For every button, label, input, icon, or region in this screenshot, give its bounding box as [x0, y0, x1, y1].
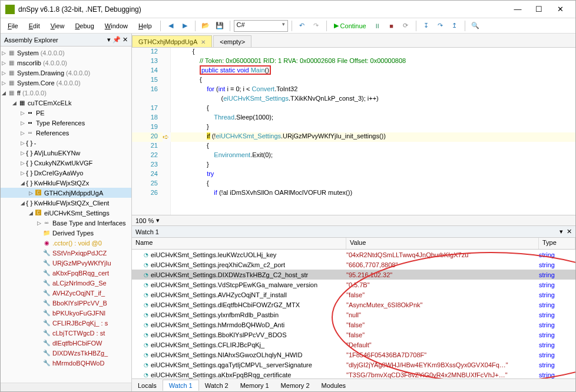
watch-body[interactable]: ◔eiUCHvKSmt_Settings.leuKWzcUOLHj_key"04…: [132, 250, 575, 378]
tree-node[interactable]: ◢▦cuTCEmXcELk: [1, 98, 131, 108]
menu-help[interactable]: Help: [134, 21, 157, 31]
code-line[interactable]: 13 // Token: 0x06000001 RID: 1 RVA: 0x00…: [132, 57, 575, 67]
tree-node[interactable]: ▷▫▫References: [1, 128, 131, 138]
close-button[interactable]: ✕: [549, 2, 571, 17]
code-line[interactable]: 24 try: [132, 170, 575, 180]
watch-tab[interactable]: Locals: [132, 380, 163, 391]
watch-tab[interactable]: Modules: [316, 380, 352, 391]
code-line[interactable]: 14 public static void Main(): [132, 67, 575, 76]
watch-row[interactable]: ◔eiUCHvKSmt_Settings.NIAhxSGwozOLhqlyN_H…: [132, 350, 575, 360]
scrollbar[interactable]: [1, 383, 131, 391]
tree-node[interactable]: 🔧aLCjzNrlmodG_Se: [1, 278, 131, 288]
save-button[interactable]: 💾: [213, 19, 226, 32]
code-line[interactable]: 25 {: [132, 180, 575, 189]
tree-node[interactable]: 🔧DIXDWzsTkHBZg_: [1, 348, 131, 358]
code-line[interactable]: 17 {: [132, 104, 575, 114]
tree-node[interactable]: 🔧bPKUkyoFuGJFNl: [1, 308, 131, 318]
code-line[interactable]: (eiUCHvKSmt_Settings.TXikKNvQnLkP_const_…: [132, 95, 575, 104]
tree-node[interactable]: 📁Derived Types: [1, 228, 131, 238]
tree-node[interactable]: 🔧hMrmdoBQHWoD: [1, 358, 131, 368]
open-button[interactable]: 📂: [199, 19, 212, 32]
code-editor[interactable]: 12 {13 // Token: 0x06000001 RID: 1 RVA: …: [132, 48, 575, 215]
code-line[interactable]: 15 {: [132, 76, 575, 85]
tree-node[interactable]: 🔧BboKlYslPPcVV_B: [1, 298, 131, 308]
tree-root[interactable]: ▷System.Drawing(4.0.0.0): [1, 68, 131, 78]
continue-button[interactable]: ▶ Continue: [330, 21, 370, 31]
tree-node[interactable]: ▷▪▪Type References: [1, 118, 131, 128]
tree-node[interactable]: ▷{ }-: [1, 138, 131, 148]
step-over-button[interactable]: ↷: [434, 19, 447, 32]
tree-node[interactable]: ◢🅲eiUCHvKSmt_Settings: [1, 208, 131, 218]
language-combo[interactable]: C#: [234, 20, 288, 32]
tree-node[interactable]: ▷{ }AVjLuhuEKYNw: [1, 148, 131, 158]
watch-row[interactable]: ◔eiUCHvKSmt_Settings.hMrmdoBQHWoD_Anti"f…: [132, 320, 575, 330]
watch-row[interactable]: ◔eiUCHvKSmt_Settings.VdStcpPEwKGa_malwar…: [132, 280, 575, 290]
tree-node[interactable]: 🔧aKbxFpqBRqg_cert: [1, 268, 131, 278]
watch-row[interactable]: ◔eiUCHvKSmt_Settings.BboKlYslPPcVV_BDOS"…: [132, 330, 575, 340]
watch-row[interactable]: ◔eiUCHvKSmt_Settings.dlEqtfbHCbiFOWZrGZ_…: [132, 300, 575, 310]
pin-icon[interactable]: ▾ 📌 ✕: [107, 36, 128, 44]
watch-close-icon[interactable]: ✕: [567, 228, 572, 235]
code-line[interactable]: 16 for (int i = 0; i < Convert.ToInt32: [132, 85, 575, 95]
close-icon[interactable]: ✕: [201, 39, 206, 45]
tab-active[interactable]: GTHCxhjMdppdUgA✕: [132, 35, 212, 47]
tree-node[interactable]: ▷{ }CxukyNZKwtUkVGF: [1, 158, 131, 168]
tree-node[interactable]: 🔧AVHZycOqjNT_if_: [1, 288, 131, 298]
watch-row[interactable]: ◔eiUCHvKSmt_Settings.aKbxFpqBRqg_certifi…: [132, 370, 575, 378]
search-button[interactable]: 🔍: [469, 19, 482, 32]
col-name[interactable]: Name: [132, 238, 346, 249]
code-line[interactable]: 19 }: [132, 123, 575, 132]
tree-node[interactable]: ▷🅲GTHCxhjMdppdUgA: [1, 188, 131, 198]
code-line[interactable]: 26 if (!al iDmSXvhSllOn OARlMoclVOFUR mu…: [132, 189, 575, 198]
redo-button[interactable]: ↷: [310, 19, 323, 32]
tree-root[interactable]: ◢ff(1.0.0.0): [1, 88, 131, 98]
assembly-tree[interactable]: ▷System(4.0.0.0)▷mscorlib(4.0.0.0)▷Syste…: [1, 46, 131, 383]
step-into-button[interactable]: ↧: [420, 19, 433, 32]
menu-view[interactable]: View: [46, 21, 69, 31]
tree-node[interactable]: 🔧URjGzMPvyWKfYjIu: [1, 258, 131, 268]
pause-button[interactable]: ⏸: [371, 19, 384, 32]
tree-node[interactable]: 🔧CFLIRJBcPqKj_ : s: [1, 318, 131, 328]
watch-row[interactable]: ◔eiUCHvKSmt_Settings.leuKWzcUOLHj_key"04…: [132, 250, 575, 260]
tree-node[interactable]: 🔧SStVnPxiqpPdJCZ: [1, 248, 131, 258]
code-line[interactable]: 20➪ if (!eiUCHvKSmt_Settings.URjGzMPvyWK…: [132, 132, 575, 142]
tree-root[interactable]: ▷System.Core(4.0.0.0): [1, 78, 131, 88]
tree-node[interactable]: ◢{ }KwHkluFWjxStQZx_Client: [1, 198, 131, 208]
code-line[interactable]: 21 {: [132, 142, 575, 151]
restart-button[interactable]: ⟳: [399, 19, 412, 32]
nav-forward-button[interactable]: ▶: [178, 19, 191, 32]
menu-edit[interactable]: Edit: [24, 21, 45, 31]
tree-node[interactable]: ▷▪▪PE: [1, 108, 131, 118]
watch-row[interactable]: ◔eiUCHvKSmt_Settings.DIXDWzsTkHBZg_C2_ho…: [132, 270, 575, 280]
tree-node[interactable]: 🔧dlEqtfbHCbiFOW: [1, 338, 131, 348]
watch-tab[interactable]: Memory 1: [234, 380, 275, 391]
menu-debug[interactable]: Debug: [70, 21, 98, 31]
col-type[interactable]: Type: [539, 238, 575, 249]
tree-node[interactable]: ▷▫▫Base Type and Interfaces: [1, 218, 131, 228]
code-line[interactable]: 22 Environment.Exit(0);: [132, 151, 575, 161]
tree-root[interactable]: ▷System(4.0.0.0): [1, 48, 131, 58]
watch-row[interactable]: ◔eiUCHvKSmt_Settings.CFLIRJBcPqKj_"Defau…: [132, 340, 575, 350]
watch-row[interactable]: ◔eiUCHvKSmt_Settings.jreqXhiCwZkm_c2_por…: [132, 260, 575, 270]
tree-root[interactable]: ▷mscorlib(4.0.0.0): [1, 58, 131, 68]
code-line[interactable]: 12 {: [132, 48, 575, 57]
col-value[interactable]: Value: [346, 238, 539, 249]
maximize-button[interactable]: ☐: [528, 2, 549, 17]
tree-node[interactable]: 🔧cLbjTCTWgcD : st: [1, 328, 131, 338]
watch-tab[interactable]: Watch 1: [163, 380, 199, 391]
zoom-control[interactable]: 100 % ▾: [132, 215, 575, 225]
tree-node[interactable]: ▷{ }DxCreIGyAaWyo: [1, 168, 131, 178]
tree-node[interactable]: ◉.cctor() : void @0: [1, 238, 131, 248]
watch-row[interactable]: ◔eiUCHvKSmt_Settings.qgaTytIjCMPVL_serve…: [132, 360, 575, 370]
tree-node[interactable]: ◢{ }KwHkluFWjxStQZx: [1, 178, 131, 188]
watch-row[interactable]: ◔eiUCHvKSmt_Settings.AVHZycOqjNT_if_inst…: [132, 290, 575, 300]
watch-tab[interactable]: Watch 2: [199, 380, 234, 391]
step-out-button[interactable]: ↥: [448, 19, 461, 32]
minimize-button[interactable]: —: [507, 2, 528, 17]
menu-file[interactable]: File: [3, 21, 23, 31]
menu-window[interactable]: Window: [100, 21, 133, 31]
code-line[interactable]: 18 Thread.Sleep(1000);: [132, 114, 575, 123]
undo-button[interactable]: ↶: [296, 19, 309, 32]
watch-tab[interactable]: Memory 2: [275, 380, 316, 391]
tab-empty[interactable]: <empty>: [213, 35, 251, 47]
